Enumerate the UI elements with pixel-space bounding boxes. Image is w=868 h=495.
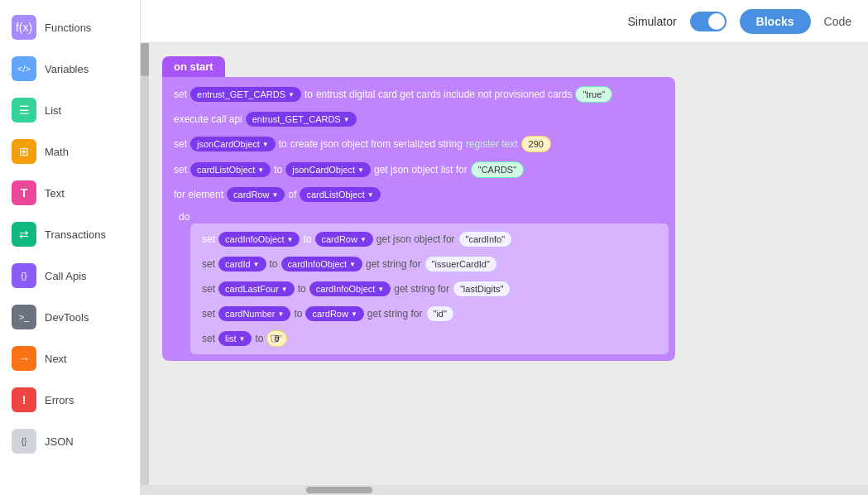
for-keyword: for element bbox=[174, 189, 223, 200]
var-card-last-four[interactable]: cardLastFour bbox=[218, 281, 295, 296]
main-block-body: set entrust_GET_CARDS to entrust digital… bbox=[162, 77, 675, 361]
errors-icon: ! bbox=[12, 387, 36, 412]
execute-api-name[interactable]: entrust_GET_CARDS bbox=[246, 112, 357, 127]
sidebar-item-text[interactable]: T Text bbox=[0, 172, 140, 214]
to-keyword-4: to bbox=[274, 164, 282, 175]
key-last-digits: "lastDigits" bbox=[453, 281, 511, 297]
to-keyword-1: to bbox=[305, 89, 313, 100]
key-id: "id" bbox=[426, 305, 454, 322]
sidebar-item-label: Errors bbox=[45, 394, 74, 406]
bottom-scrollbar-thumb[interactable] bbox=[306, 487, 372, 493]
set-keyword-4: set bbox=[174, 164, 187, 175]
sidebar-item-list[interactable]: ☰ List bbox=[0, 89, 140, 131]
sidebar-item-label: Text bbox=[45, 187, 65, 199]
to-keyword-3: to bbox=[279, 138, 287, 150]
src-json-card-object-4[interactable]: jsonCardObject bbox=[285, 162, 371, 177]
sidebar: f(x) Functions </> Variables ☰ List ⊞ Ma… bbox=[0, 0, 141, 495]
of-keyword: of bbox=[288, 189, 296, 200]
var-card-info-object[interactable]: cardInfoObject bbox=[218, 232, 300, 247]
canvas-area[interactable]: on start set entrust_GET_CARDS to entrus… bbox=[149, 43, 868, 485]
sidebar-item-variables[interactable]: </> Variables bbox=[0, 48, 140, 89]
main-content: Simulator Blocks Code on start set entru… bbox=[141, 0, 868, 495]
block-row-10: set list to 0 ☞ bbox=[197, 328, 662, 349]
desc-7: get string for bbox=[366, 258, 421, 270]
sidebar-item-next[interactable]: → Next bbox=[0, 338, 140, 379]
to-keyword-8: to bbox=[298, 283, 306, 295]
block-row-6: set cardInfoObject to cardRow get json o… bbox=[197, 228, 662, 250]
val-true: "true" bbox=[575, 86, 612, 103]
val-cards: "CARDS" bbox=[471, 161, 524, 178]
val-290: 290 bbox=[521, 136, 551, 152]
bottom-scrollbar[interactable] bbox=[141, 485, 868, 495]
set-keyword-9: set bbox=[202, 308, 215, 320]
topbar: Simulator Blocks Code bbox=[141, 0, 868, 43]
var-list[interactable]: list bbox=[218, 331, 252, 346]
desc-4: get json object list for bbox=[374, 164, 468, 175]
next-icon: → bbox=[12, 346, 36, 371]
sidebar-item-label: List bbox=[45, 104, 61, 117]
block-row-7: set cardId to cardInfoObject get string … bbox=[197, 253, 662, 275]
block-row-5: for element cardRow of cardListObject bbox=[169, 185, 669, 204]
sidebar-item-label: Next bbox=[45, 353, 67, 365]
sidebar-item-label: DevTools bbox=[45, 311, 89, 324]
block-row-1: set entrust_GET_CARDS to entrust digital… bbox=[169, 84, 669, 105]
for-loop-body: set cardInfoObject to cardRow get json o… bbox=[190, 223, 669, 354]
var-card-id[interactable]: cardId bbox=[218, 257, 266, 272]
sidebar-item-devtools[interactable]: >_ DevTools bbox=[0, 296, 140, 338]
key-card-info: "cardInfo" bbox=[458, 231, 513, 248]
sidebar-item-callapis[interactable]: {} Call Apis bbox=[0, 255, 140, 296]
on-start-header: on start bbox=[162, 56, 225, 77]
var-json-card-object[interactable]: jsonCardObject bbox=[190, 137, 276, 151]
val-zero: 0 bbox=[266, 330, 286, 347]
src-card-row-6[interactable]: cardRow bbox=[315, 232, 373, 247]
execute-keyword: execute call api bbox=[174, 113, 242, 125]
desc-8: get string for bbox=[394, 283, 449, 295]
sidebar-item-label: Call Apis bbox=[45, 270, 87, 282]
set-keyword-10: set bbox=[202, 333, 215, 344]
desc-1: entrust digital card get cards include n… bbox=[316, 89, 573, 100]
devtools-icon: >_ bbox=[12, 305, 36, 329]
elem-card-row[interactable]: cardRow bbox=[227, 187, 285, 202]
src-card-row-9[interactable]: cardRow bbox=[305, 306, 363, 321]
sidebar-item-errors[interactable]: ! Errors bbox=[0, 379, 140, 421]
to-keyword-10: to bbox=[255, 333, 263, 344]
list-card-list-object[interactable]: cardListObject bbox=[300, 187, 380, 202]
src-card-info-8[interactable]: cardInfoObject bbox=[309, 281, 391, 296]
to-keyword-7: to bbox=[270, 258, 278, 270]
to-keyword-6: to bbox=[303, 233, 311, 245]
desc-3: create json object from serialized strin… bbox=[290, 138, 463, 150]
set-keyword-3: set bbox=[174, 138, 187, 150]
desc-6: get json object for bbox=[376, 233, 455, 245]
simulator-label: Simulator bbox=[627, 15, 676, 28]
sidebar-item-label: JSON bbox=[45, 435, 74, 448]
src-card-info-7[interactable]: cardInfoObject bbox=[281, 257, 362, 272]
text-icon: T bbox=[12, 180, 36, 205]
var-card-list-object[interactable]: cardListObject bbox=[190, 162, 271, 177]
sidebar-item-label: Math bbox=[45, 146, 69, 158]
sidebar-item-label: Transactions bbox=[45, 228, 106, 241]
blocks-button[interactable]: Blocks bbox=[740, 9, 811, 34]
set-keyword-7: set bbox=[202, 258, 215, 270]
label-register: register text bbox=[466, 138, 518, 150]
transactions-icon: ⇄ bbox=[12, 222, 36, 247]
do-label-container: do set cardInfoObject to cardRow get jso… bbox=[169, 209, 669, 354]
math-icon: ⊞ bbox=[12, 139, 36, 164]
sidebar-item-label: Functions bbox=[45, 22, 91, 34]
to-keyword-9: to bbox=[294, 308, 302, 320]
var-entrust-get-cards[interactable]: entrust_GET_CARDS bbox=[190, 87, 301, 102]
do-label: do bbox=[174, 209, 194, 224]
simulator-toggle[interactable] bbox=[690, 12, 727, 31]
block-row-2: execute call api entrust_GET_CARDS bbox=[169, 109, 669, 129]
variables-icon: </> bbox=[12, 56, 36, 81]
var-card-number[interactable]: cardNumber bbox=[218, 306, 290, 321]
block-row-4: set cardListObject to jsonCardObject get… bbox=[169, 159, 669, 180]
sidebar-item-json[interactable]: {} JSON bbox=[0, 421, 140, 462]
set-keyword-8: set bbox=[202, 283, 215, 295]
sidebar-item-transactions[interactable]: ⇄ Transactions bbox=[0, 214, 140, 255]
sidebar-item-functions[interactable]: f(x) Functions bbox=[0, 7, 140, 48]
json-icon: {} bbox=[12, 429, 36, 454]
sidebar-item-math[interactable]: ⊞ Math bbox=[0, 131, 140, 172]
code-button[interactable]: Code bbox=[824, 15, 851, 28]
set-keyword-6: set bbox=[202, 233, 215, 245]
left-scrollbar[interactable] bbox=[141, 43, 149, 485]
